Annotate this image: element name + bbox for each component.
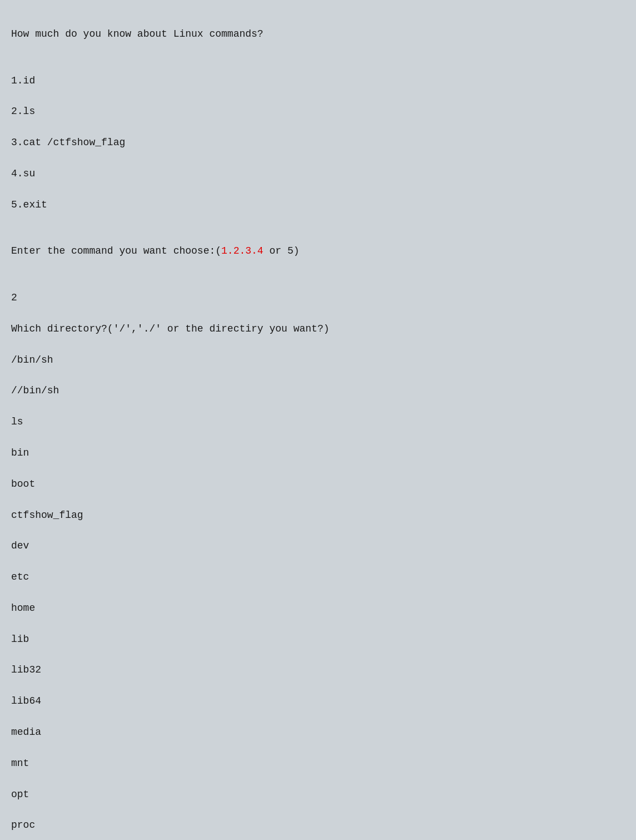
prompt-suffix: or 5) [264, 245, 300, 256]
prompt-prefix: Enter the command you want choose:( [11, 245, 221, 256]
menu-item-3: 3.cat /ctfshow_flag [11, 135, 625, 151]
dir-home: home [11, 601, 625, 616]
menu-item-2: 2.ls [11, 104, 625, 120]
dir-lib32: lib32 [11, 663, 625, 678]
dir-mnt: mnt [11, 756, 625, 772]
dir-ctfshow-flag: ctfshow_flag [11, 508, 625, 523]
menu-item-5: 5.exit [11, 197, 625, 213]
dir-lib: lib [11, 632, 625, 648]
user-input-2: 2 [11, 290, 625, 306]
dir-lib64: lib64 [11, 694, 625, 709]
dir-proc: proc [11, 818, 625, 833]
prompt-line: Enter the command you want choose:(1.2.3… [11, 244, 625, 259]
dir-opt: opt [11, 787, 625, 803]
dir-bin: bin [11, 446, 625, 461]
dir-media: media [11, 725, 625, 740]
menu-item-4: 4.su [11, 166, 625, 182]
dir-etc: etc [11, 570, 625, 585]
shell-path-2: //bin/sh [11, 383, 625, 399]
menu-item-1: 1.id [11, 73, 625, 89]
shell-path-1: /bin/sh [11, 353, 625, 368]
ls-command: ls [11, 414, 625, 430]
dir-dev: dev [11, 538, 625, 554]
terminal-output: How much do you know about Linux command… [11, 11, 625, 840]
intro-line: How much do you know about Linux command… [11, 27, 625, 42]
dir-boot: boot [11, 477, 625, 492]
which-dir-prompt: Which directory?('/','./' or the directi… [11, 322, 625, 337]
prompt-highlight: 1.2.3.4 [221, 245, 264, 256]
